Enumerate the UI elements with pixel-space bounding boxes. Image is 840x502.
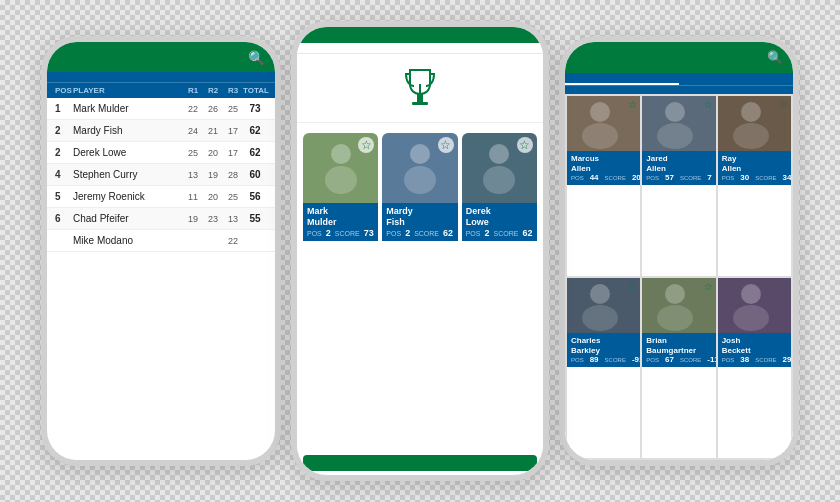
player-info: MarcusAllen POS 44 SCORE 20 [567,151,640,185]
tab-az[interactable] [565,73,679,85]
row-total: 62 [243,125,267,136]
pos-label: POS [646,175,659,181]
svg-point-10 [582,123,618,149]
row-pos: 1 [55,103,73,114]
person-silhouette [319,138,363,198]
col-player: PLAYER [73,86,183,95]
player-scores: POS 89 SCORE -91 [571,355,636,364]
score-label: SCORE [755,357,776,363]
row-pos: 5 [55,191,73,202]
row-pos: 6 [55,213,73,224]
score-value: -91 [632,355,640,364]
leader-photo: ☆ [303,133,378,203]
star-icon[interactable]: ☆ [628,281,637,292]
dashboard-screen: ☆ MarkMulder POS 2 SCORE 73 ☆ MardyFish [297,27,543,475]
row-name: Jeremy Roenick [73,191,183,202]
leader-photo: ☆ [382,133,457,203]
score-label: SCORE [755,175,776,181]
row-r1: 24 [183,126,203,136]
player-card[interactable]: ☆ JoshBeckett POS 38 SCORE 29 [718,278,791,458]
row-r1: 19 [183,214,203,224]
row-r3: 17 [223,148,243,158]
svg-point-16 [582,305,618,331]
weather-bar [297,43,543,54]
leaderboard-rows: 1 Mark Mulder 22 26 25 73 2 Mardy Fish 2… [47,98,275,460]
score-value: 34 [783,173,791,182]
star-icon[interactable]: ☆ [628,99,637,110]
search-icon[interactable]: 🔍 [248,50,265,66]
leader-scores: POS 2 SCORE 73 [307,228,374,238]
star-icon[interactable]: ☆ [438,137,454,153]
view-leaderboard-button[interactable] [303,455,537,471]
row-total: 73 [243,103,267,114]
player-info: CharlesBarkley POS 89 SCORE -91 [567,333,640,367]
row-r2: 20 [203,148,223,158]
score-label: SCORE [414,230,439,237]
row-total: 55 [243,213,267,224]
leader-name: MardyFish [386,206,453,228]
row-name: Mardy Fish [73,125,183,136]
leader-name: DerekLowe [466,206,533,228]
pos-label: POS [571,175,584,181]
player-info: RayAllen POS 30 SCORE 34 [718,151,791,185]
player-name: JaredAllen [646,154,711,173]
score-value: -11 [707,355,715,364]
score-value: 62 [522,228,532,238]
player-name: MarcusAllen [571,154,636,173]
leader-info: DerekLowe POS 2 SCORE 62 [462,203,537,241]
row-r2: 21 [203,126,223,136]
table-row: 4 Stephen Curry 13 19 28 60 [47,164,275,186]
table-row: 1 Mark Mulder 22 26 25 73 [47,98,275,120]
player-card[interactable]: ☆ JaredAllen POS 57 SCORE 7 [642,96,715,276]
row-r2: 19 [203,170,223,180]
player-card[interactable]: ☆ RayAllen POS 30 SCORE 34 [718,96,791,276]
svg-point-13 [741,102,761,122]
person-silhouette [398,138,442,198]
tab-score[interactable] [679,73,793,85]
player-photo: ☆ [718,278,791,333]
leader-card[interactable]: ☆ DerekLowe POS 2 SCORE 62 [462,133,537,451]
players-all-label [565,85,793,94]
table-row: 2 Mardy Fish 24 21 17 62 [47,120,275,142]
star-icon[interactable]: ☆ [779,281,788,292]
player-card[interactable]: ☆ BrianBaumgartner POS 67 SCORE -11 [642,278,715,458]
top-leaders-title [297,122,543,133]
row-r2: 26 [203,104,223,114]
pos-label: POS [722,357,735,363]
star-icon[interactable]: ☆ [517,137,533,153]
person-silhouette [642,96,708,151]
svg-point-15 [590,284,610,304]
leader-name: MarkMulder [307,206,374,228]
star-icon[interactable]: ☆ [779,99,788,110]
score-label: SCORE [605,175,626,181]
search-icon[interactable]: 🔍 [767,50,783,65]
svg-point-12 [657,123,693,149]
leader-card[interactable]: ☆ MarkMulder POS 2 SCORE 73 [303,133,378,451]
pos-label: POS [722,175,735,181]
table-row: 6 Chad Pfeifer 19 23 13 55 [47,208,275,230]
player-info: BrianBaumgartner POS 67 SCORE -11 [642,333,715,367]
row-name: Mike Modano [73,235,183,246]
player-scores: POS 67 SCORE -11 [646,355,711,364]
col-total: TOTAL [243,86,267,95]
column-headers: POS PLAYER R1 R2 R3 TOTAL [47,82,275,98]
svg-point-8 [483,166,515,194]
player-card[interactable]: ☆ CharlesBarkley POS 89 SCORE -91 [567,278,640,458]
player-photo: ☆ [642,96,715,151]
player-card[interactable]: ☆ MarcusAllen POS 44 SCORE 20 [567,96,640,276]
player-scores: POS 30 SCORE 34 [722,173,787,182]
svg-point-5 [410,144,430,164]
col-r1: R1 [183,86,203,95]
col-r2: R2 [203,86,223,95]
row-total: 62 [243,147,267,158]
players-header: 🔍 [565,42,793,73]
leader-card[interactable]: ☆ MardyFish POS 2 SCORE 62 [382,133,457,451]
center-phone: ☆ MarkMulder POS 2 SCORE 73 ☆ MardyFish [291,21,549,481]
leader-scores: POS 2 SCORE 62 [386,228,453,238]
svg-point-4 [325,166,357,194]
top-leaders-row: ☆ MarkMulder POS 2 SCORE 73 ☆ MardyFish [297,133,543,451]
star-icon[interactable]: ☆ [704,281,713,292]
star-icon[interactable]: ☆ [704,99,713,110]
pos-value: 89 [590,355,599,364]
pos-label: POS [466,230,481,237]
